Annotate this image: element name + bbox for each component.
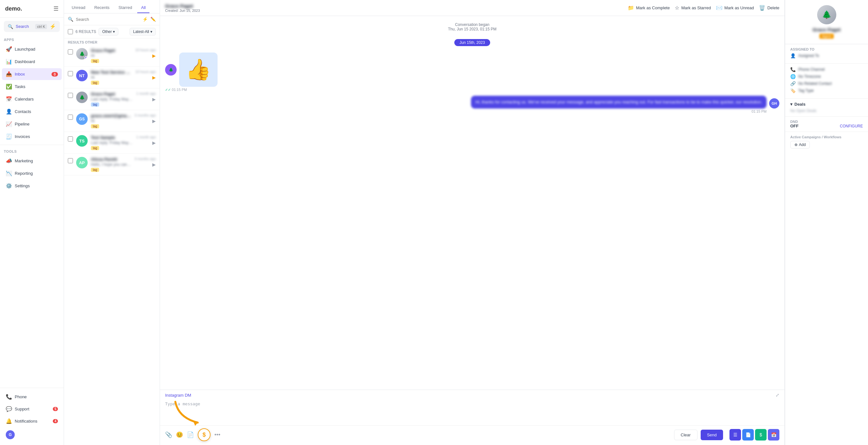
tab-starred[interactable]: Starred: [115, 3, 136, 13]
clear-button[interactable]: Clear: [674, 429, 698, 440]
logo: demo.: [5, 5, 22, 12]
channel-icon-4[interactable]: 📅: [768, 429, 779, 441]
send-button[interactable]: Send: [701, 429, 723, 440]
sidebar-item-phone[interactable]: 📞 Phone: [2, 391, 62, 403]
channel-icon-3[interactable]: $: [755, 429, 767, 441]
check-icon: ✓✓: [165, 88, 171, 92]
conversation-began: Conversation began Thu, Jun 15 2023, 01:…: [165, 22, 779, 31]
tasks-icon: ✅: [6, 84, 11, 90]
conv-preview: Hi: [91, 75, 132, 80]
list-item[interactable]: GS grace.swert@gmail.com Hi tag 3 months…: [64, 110, 160, 132]
message-input[interactable]: [165, 402, 779, 421]
sidebar-item-inbox[interactable]: 📥 Inbox 0: [2, 68, 62, 80]
dnd-row: OFF CONFIGURE: [790, 124, 863, 128]
dnd-label: DND: [790, 120, 863, 124]
conv-details: Test Sample Last reply: Friday May 5, 20…: [91, 135, 133, 150]
list-item[interactable]: TS Test Sample Last reply: Friday May 5,…: [64, 132, 160, 154]
sidebar-item-label: Launchpad: [15, 47, 58, 52]
conv-meta: 1 month ago ▶: [136, 135, 156, 145]
right-panel-header: 🌲 Grace Paget Agent: [785, 0, 868, 44]
search-shortcut: ctrl K: [35, 24, 47, 29]
conversation-search-input[interactable]: [76, 17, 140, 22]
channel-icon-1[interactable]: ☰: [730, 429, 741, 441]
menu-icon[interactable]: ☰: [54, 5, 59, 12]
conv-checkbox[interactable]: [68, 115, 73, 120]
avatar: GS: [76, 113, 88, 125]
list-item[interactable]: 🌲 Grace Paget Last reply: Friday May 5, …: [64, 88, 160, 110]
select-all-checkbox[interactable]: [68, 29, 73, 34]
conv-checkbox[interactable]: [68, 93, 73, 98]
list-item[interactable]: 🌲 Grace Paget Hi tag 10 hours ago ▶: [64, 45, 160, 67]
sidebar-bottom: 📞 Phone 💬 Support 5 🔔 Notifications 4 G: [0, 388, 64, 445]
configure-button[interactable]: CONFIGURE: [840, 124, 863, 128]
channel-label[interactable]: Instagram DM: [165, 393, 191, 397]
sidebar-search-label: Search: [16, 24, 33, 29]
assigned-to-section: ASSIGNED TO 👤 Assigned To: [785, 44, 868, 64]
template-icon[interactable]: 📄: [187, 431, 194, 438]
sidebar-item-dashboard[interactable]: 📊 Dashboard: [2, 56, 62, 67]
sidebar-item-profile[interactable]: G: [2, 427, 62, 442]
mark-as-complete-button[interactable]: 📁 Mark as Complete: [628, 5, 670, 11]
emoji-icon[interactable]: 😊: [176, 431, 183, 438]
deals-label: Deals: [795, 102, 806, 107]
sidebar-item-contacts[interactable]: 👤 Contacts: [2, 106, 62, 118]
filter-icon[interactable]: ⚡: [143, 17, 148, 22]
assign-icon: 👤: [790, 53, 796, 58]
add-campaign-button[interactable]: ⊕ Add: [790, 141, 810, 149]
sidebar-item-calendars[interactable]: 📅 Calendars: [2, 93, 62, 105]
conversation-list-header: 6 RESULTS Other ▾ Latest-All ▾: [64, 25, 160, 38]
conv-checkbox[interactable]: [68, 71, 73, 76]
tab-unread[interactable]: Unread: [68, 3, 89, 13]
assigned-to-label: ASSIGNED TO: [790, 48, 863, 51]
flag-icon: ▶: [152, 75, 156, 80]
conv-checkbox[interactable]: [68, 158, 73, 163]
sidebar: demo. ☰ 🔍 Search ctrl K ⚡ Apps 🚀 Launchp…: [0, 0, 64, 445]
sidebar-item-tasks[interactable]: ✅ Tasks: [2, 81, 62, 92]
tab-recents[interactable]: Recents: [91, 3, 114, 13]
sidebar-item-label: Marketing: [15, 158, 58, 163]
list-item[interactable]: NT New Test Service Test Hi tag 10 hours…: [64, 67, 160, 88]
chat-actions: 📁 Mark as Complete ☆ Mark as Starred ✉️ …: [628, 5, 779, 11]
related-contact-row: 🔗 No Related Contact: [790, 81, 863, 86]
dollar-button[interactable]: $: [198, 428, 211, 441]
chevron-down-icon: ▾: [790, 102, 793, 107]
other-filter-button[interactable]: Other ▾: [98, 28, 118, 35]
conv-checkbox[interactable]: [68, 49, 73, 54]
sidebar-item-label: Dashboard: [15, 59, 58, 64]
sort-dropdown[interactable]: Latest-All ▾: [130, 28, 156, 35]
delete-button[interactable]: 🗑️ Delete: [759, 5, 779, 11]
reporting-icon: 📉: [6, 170, 11, 176]
sidebar-item-notifications[interactable]: 🔔 Notifications 4: [2, 415, 62, 427]
conv-checkbox[interactable]: [68, 137, 73, 142]
support-icon: 💬: [6, 406, 11, 412]
sidebar-item-support[interactable]: 💬 Support 5: [2, 403, 62, 415]
conv-time: 3 months ago: [134, 157, 156, 161]
conv-details: New Test Service Test Hi tag: [91, 70, 132, 85]
sidebar-item-launchpad[interactable]: 🚀 Launchpad: [2, 43, 62, 55]
expand-icon[interactable]: ⤢: [776, 392, 779, 397]
mark-as-starred-button[interactable]: ☆ Mark as Starred: [675, 5, 711, 11]
sidebar-item-marketing[interactable]: 📣 Marketing: [2, 155, 62, 167]
chat-input-area: Instagram DM ⤢ 📎 😊 📄: [160, 390, 784, 445]
sidebar-item-invoices[interactable]: 🧾 Invoices: [2, 130, 62, 143]
phone-channel-row: 📞 Phone Channel: [790, 67, 863, 72]
mark-as-unread-button[interactable]: ✉️ Mark as Unread: [716, 5, 754, 11]
channel-icon-2[interactable]: 📄: [742, 429, 754, 441]
plus-icon: ⊕: [795, 143, 798, 147]
pipeline-icon: 📈: [6, 121, 11, 127]
sidebar-item-reporting[interactable]: 📉 Reporting: [2, 168, 62, 179]
conv-time: 1 month ago: [136, 92, 156, 95]
sidebar-item-pipeline[interactable]: 📈 Pipeline: [2, 118, 62, 130]
lightning-icon[interactable]: ⚡: [50, 23, 56, 29]
related-contact-value: No Related Contact: [798, 81, 832, 86]
sidebar-item-settings[interactable]: ⚙️ Settings: [2, 180, 62, 192]
conversation-list-panel: Unread Recents Starred All 🔍 ⚡ ✏️ 6 RESU…: [64, 0, 160, 445]
campaigns-section: Active Campaigns / Workflows ⊕ Add: [785, 132, 868, 152]
tab-all[interactable]: All: [137, 3, 149, 13]
more-options-icon[interactable]: •••: [214, 432, 220, 438]
attachment-icon[interactable]: 📎: [165, 431, 172, 438]
sidebar-search-button[interactable]: 🔍 Search ctrl K ⚡: [4, 21, 60, 32]
compose-icon[interactable]: ✏️: [150, 17, 156, 22]
list-item[interactable]: AP Alissa Paretti Hello, I hope you can …: [64, 154, 160, 175]
flag-icon: ▶: [152, 162, 156, 167]
